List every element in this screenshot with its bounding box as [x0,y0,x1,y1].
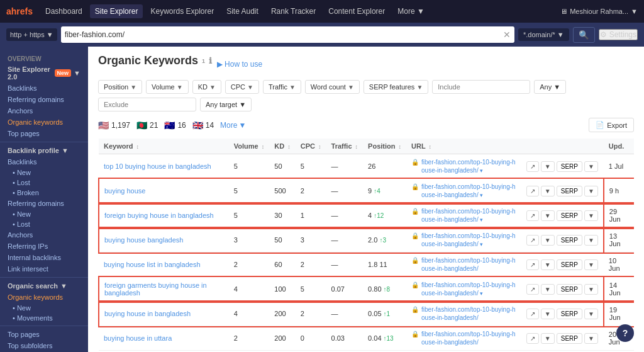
any-button[interactable]: Any ▼ [534,80,566,94]
serp-dropdown[interactable]: ▼ [584,210,598,221]
protocol-select[interactable]: http + https ▼ [6,28,57,41]
word-count-filter[interactable]: Word count ▼ [305,80,360,94]
url-link[interactable]: fiber-fashion.com/top-10-buying-house-in… [421,183,516,198]
sidebar-item-internal-backlinks[interactable]: Internal backlinks [0,252,88,263]
th-position[interactable]: Position ↕ [363,139,406,154]
keyword-link[interactable]: foreign garments buying house in banglad… [104,281,207,297]
trend-button[interactable]: ↗ [526,186,539,196]
include-input[interactable] [432,80,530,94]
url-link[interactable]: fiber-fashion.com/top-10-buying-house-in… [421,331,516,346]
sidebar-sub-organic-new[interactable]: • New [0,303,88,313]
serp-dropdown[interactable]: ▼ [584,259,598,270]
keyword-link[interactable]: buying house in bangladesh [104,310,191,317]
nav-more[interactable]: More ▼ [392,4,430,18]
exclude-input[interactable] [98,98,196,111]
volume-filter[interactable]: Volume ▼ [146,80,189,94]
trend-dropdown[interactable]: ▼ [541,210,555,221]
nav-dashboard[interactable]: Dashboard [40,4,87,18]
serp-dropdown[interactable]: ▼ [584,309,598,319]
keyword-link[interactable]: foreign buying house in bangladesh [104,212,214,219]
th-url[interactable]: URL ↕ [406,139,521,154]
traffic-filter[interactable]: Traffic ▼ [263,80,301,94]
country-tab-au[interactable]: 🇦🇺 16 [164,120,186,130]
nav-content-explorer[interactable]: Content Explorer [323,4,390,18]
serp-button[interactable]: SERP [557,309,582,319]
position-filter[interactable]: Position ▼ [98,80,142,94]
url-link[interactable]: fiber-fashion.com/top-10-buying-house-in… [421,306,516,321]
nav-rank-tracker[interactable]: Rank Tracker [266,4,321,18]
sidebar-item-top-subfolders[interactable]: Top subfolders [0,340,88,351]
domain-mode-select[interactable]: *.domain/* ▼ [518,28,569,41]
url-link[interactable]: fiber-fashion.com/top-10-buying-house-in… [421,232,516,247]
backlink-profile-header[interactable]: Backlink profile ▼ [0,145,88,156]
nav-keywords-explorer[interactable]: Keywords Explorer [145,4,219,18]
th-keyword[interactable]: Keyword ↕ [99,139,229,154]
help-bubble[interactable]: ? [616,324,634,342]
sidebar-sub-backlinks-lost[interactable]: • Lost [0,178,88,188]
th-traffic[interactable]: Traffic ↕ [326,139,364,154]
url-link[interactable]: fiber-fashion.com/top-10-buying-house-in… [421,281,516,297]
sidebar-sub-organic-movements[interactable]: • Movements [0,313,88,323]
sidebar-item-anchors[interactable]: Anchors [0,105,88,116]
trend-dropdown[interactable]: ▼ [541,186,555,196]
th-kd[interactable]: KD ↕ [269,139,295,154]
sidebar-sub-ref-lost[interactable]: • Lost [0,219,88,229]
sidebar-sub-backlinks-broken[interactable]: • Broken [0,188,88,198]
serp-dropdown[interactable]: ▼ [584,333,598,344]
keyword-link[interactable]: buying house bangladesh [104,236,183,244]
export-button[interactable]: 📄 Export [589,118,634,132]
search-button[interactable]: 🔍 [573,27,595,43]
th-volume[interactable]: Volume ↕ [229,139,269,154]
cpc-filter[interactable]: CPC ▼ [225,80,259,94]
sidebar-item-link-intersect[interactable]: Link intersect [0,263,88,275]
keyword-link[interactable]: buying house [104,187,145,195]
site-explorer-header[interactable]: Site Explorer 2.0 New ▼ [0,64,88,82]
url-link[interactable]: fiber-fashion.com/top-10-buying-house-in… [421,257,516,272]
sidebar-item-referring-ips[interactable]: Referring IPs [0,241,88,252]
url-input[interactable] [65,30,503,39]
organic-search-header[interactable]: Organic search ▼ [0,280,88,292]
country-tab-bd[interactable]: 🇧🇩 21 [136,120,158,130]
serp-button[interactable]: SERP [557,210,582,221]
trend-button[interactable]: ↗ [526,333,539,344]
trend-dropdown[interactable]: ▼ [541,284,555,295]
serp-button[interactable]: SERP [557,161,582,172]
th-cpc[interactable]: CPC ↕ [296,139,326,154]
serp-features-filter[interactable]: SERP features ▼ [364,80,428,94]
serp-button[interactable]: SERP [557,259,582,270]
trend-button[interactable]: ↗ [526,161,539,172]
trend-button[interactable]: ↗ [526,284,539,295]
clear-button[interactable]: ✕ [503,30,511,40]
trend-button[interactable]: ↗ [526,259,539,270]
more-button[interactable]: More ▼ [220,121,246,130]
sidebar-item-anchors-2[interactable]: Anchors [0,229,88,241]
sidebar-item-backlinks-main[interactable]: Backlinks [0,156,88,167]
user-name[interactable]: Meshiour Rahma... [570,8,628,15]
serp-dropdown[interactable]: ▼ [584,161,598,172]
keyword-link[interactable]: top 10 buying house in bangladesh [104,162,211,170]
url-link[interactable]: fiber-fashion.com/top-10-buying-house-in… [421,159,516,174]
sidebar-sub-backlinks-new[interactable]: • New [0,167,88,178]
trend-dropdown[interactable]: ▼ [541,235,555,246]
country-tab-us[interactable]: 🇺🇸 1,197 [98,120,130,130]
serp-button[interactable]: SERP [557,284,582,295]
url-link[interactable]: fiber-fashion.com/top-10-buying-house-in… [421,208,516,223]
sidebar-item-referring-domains[interactable]: Referring domains [0,94,88,105]
serp-button[interactable]: SERP [557,186,582,196]
sidebar-item-ref-domains[interactable]: Referring domains [0,198,88,209]
nav-site-explorer[interactable]: Site Explorer [90,4,143,18]
sidebar-sub-ref-new[interactable]: • New [0,209,88,219]
sidebar-item-top-pages[interactable]: Top pages [0,128,88,139]
sidebar-item-top-pages-2[interactable]: Top pages [0,329,88,340]
settings-button[interactable]: ⚙ Settings [599,29,638,40]
serp-button[interactable]: SERP [557,333,582,344]
sidebar-item-organic-keywords[interactable]: Organic keywords [0,116,88,128]
trend-dropdown[interactable]: ▼ [541,309,555,319]
trend-dropdown[interactable]: ▼ [541,161,555,172]
trend-dropdown[interactable]: ▼ [541,333,555,344]
keyword-link[interactable]: buying house list in bangladesh [104,261,201,268]
serp-dropdown[interactable]: ▼ [584,186,598,196]
any-target-button[interactable]: Any target ▼ [200,98,252,111]
sidebar-item-organic-kw-2[interactable]: Organic keywords [0,292,88,303]
serp-dropdown[interactable]: ▼ [584,235,598,246]
